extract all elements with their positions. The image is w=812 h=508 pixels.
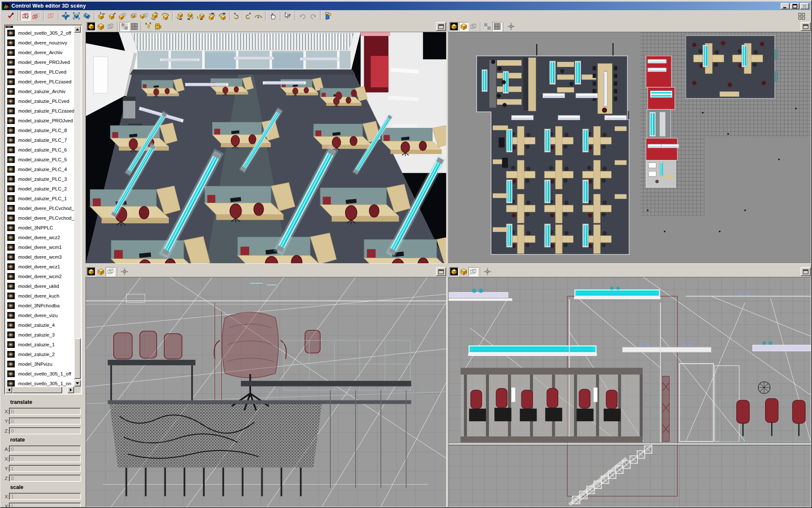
list-item[interactable]: model_dvere_kuch	[5, 291, 74, 301]
context-help-button[interactable]: ?	[283, 11, 293, 21]
list-item[interactable]: model_zaluzie_PLC_4	[5, 164, 74, 174]
pan-hand-button[interactable]	[268, 11, 278, 21]
list-item[interactable]: model_dvere_Archiv	[5, 47, 74, 57]
object-beside-box-button[interactable]	[139, 11, 149, 21]
rotate-90-y-button[interactable]: 90	[185, 11, 196, 21]
list-item[interactable]: model_zaluzie_4	[5, 320, 74, 330]
render-wireframe-button[interactable]	[469, 267, 478, 276]
view-rotate-button[interactable]	[82, 11, 92, 21]
object-to-wireframe-button[interactable]	[118, 11, 128, 21]
list-item[interactable]: model_zaluzie_PLC_3	[5, 174, 74, 184]
list-item[interactable]: model_dvere_wcm2	[5, 271, 74, 281]
scale-x-field[interactable]: 1	[9, 493, 81, 500]
horizontal-scrollbar-thumb[interactable]	[12, 387, 62, 393]
list-item[interactable]: model_svetlo_305_1_on	[5, 378, 74, 387]
list-item[interactable]: model_zaluzie_PLCzased	[5, 106, 74, 116]
list-item[interactable]: model_dvere_wcm3	[5, 252, 74, 262]
scale-y-field[interactable]: 1	[9, 502, 81, 508]
model-list[interactable]: model_svetlo_305_2_offmodel_dvere_nouzov…	[4, 25, 82, 395]
minimize-button[interactable]	[781, 3, 790, 9]
horizontal-scrollbar[interactable]	[5, 387, 74, 393]
object-rotate-arc-button[interactable]	[160, 11, 170, 21]
rotate-reset-x-button[interactable]: 0	[232, 11, 242, 21]
render-wireframe-button[interactable]	[106, 22, 115, 31]
vertical-scrollbar[interactable]	[74, 26, 81, 387]
list-item[interactable]: model_zaluzie_3	[5, 330, 74, 340]
rotate-reset-y-button[interactable]: 0	[242, 11, 253, 21]
list-item[interactable]: model_3NPchodba	[5, 301, 74, 310]
viewport-maximize-button[interactable]	[436, 22, 446, 31]
list-item[interactable]: model_zaluzie_PROJved	[5, 116, 74, 125]
select-object-button[interactable]	[20, 11, 31, 21]
undo-button[interactable]	[297, 11, 308, 21]
title-bar[interactable]: Control Web editor 3D scény	[2, 2, 810, 10]
list-item[interactable]: model_zaluzie_PLCved	[5, 96, 74, 106]
render-solid-button[interactable]	[96, 22, 106, 31]
render-solid-button[interactable]	[459, 267, 469, 276]
scroll-right-button[interactable]	[67, 387, 74, 393]
viewport-front-canvas[interactable]	[85, 277, 447, 507]
list-item[interactable]: model_dvere_wcz1	[5, 262, 74, 271]
viewport-plan-canvas[interactable]	[448, 32, 811, 264]
texture-grid-button[interactable]	[129, 22, 139, 31]
object-in-box-button[interactable]	[128, 11, 139, 21]
rotate-90-z-button[interactable]: 90	[196, 11, 206, 21]
object-rotate-button[interactable]	[149, 11, 160, 21]
rotate-x-field[interactable]: 0	[9, 455, 81, 462]
render-wireframe-button[interactable]	[469, 22, 478, 31]
render-solid-button[interactable]	[96, 267, 106, 276]
object-translate-vertical-button[interactable]	[96, 11, 107, 21]
object-translate-free-button[interactable]	[107, 11, 118, 21]
texture-grid-button[interactable]	[492, 22, 502, 31]
vertical-scrollbar-thumb[interactable]	[74, 338, 81, 379]
list-item[interactable]: model_zaluzie_PLC_8	[5, 125, 74, 135]
viewport-perspective-canvas[interactable]	[85, 32, 447, 264]
rotate-arc-90-ccw-button[interactable]: 90	[217, 11, 228, 21]
list-item[interactable]: model_dvere_PLCved	[5, 67, 74, 77]
translate-y-field[interactable]: 0	[9, 417, 81, 425]
render-solid-active-button[interactable]	[86, 267, 96, 276]
scene-properties-button[interactable]	[323, 11, 333, 21]
texture-checker-button[interactable]	[483, 22, 492, 31]
list-item[interactable]: model_dvere_PLCvchod_	[5, 203, 74, 213]
list-item[interactable]: model_zaluzie_PLC_2	[5, 184, 74, 193]
list-item[interactable]: model_svetlo_305_1_off	[5, 369, 74, 378]
list-item[interactable]: model_svetlo_305_2_off	[5, 28, 74, 38]
view-move-button[interactable]	[60, 11, 71, 21]
viewport-maximize-button[interactable]	[436, 267, 446, 276]
scroll-down-button[interactable]	[74, 380, 81, 387]
viewport-maximize-button[interactable]	[801, 267, 811, 276]
list-item[interactable]: model_dvere_wcm1	[5, 242, 74, 252]
pan-zero-button[interactable]: 0	[120, 267, 129, 276]
rotate-arc-reset-button[interactable]: 0	[253, 11, 263, 21]
view-fit-button[interactable]	[71, 11, 82, 21]
maximize-button[interactable]	[790, 3, 799, 9]
horizontal-scrollbar-track[interactable]	[12, 387, 67, 393]
camera-button[interactable]	[153, 22, 163, 31]
list-item[interactable]: model_dvere_vizu	[5, 310, 74, 320]
rotate-a-field[interactable]: 0	[9, 445, 81, 453]
select-add-button[interactable]	[31, 11, 41, 21]
list-item[interactable]: model_dvere_PLCvchod_	[5, 213, 74, 223]
list-item[interactable]: model_3NPvizu	[5, 359, 74, 369]
viewport-side-canvas[interactable]	[448, 277, 811, 507]
pan-zero-button[interactable]: 0	[483, 267, 492, 276]
list-item[interactable]: model_zaluzie_1	[5, 340, 74, 349]
rotate-y-field[interactable]: 1	[9, 465, 81, 472]
apply-check-button[interactable]	[5, 11, 16, 21]
close-button[interactable]	[800, 3, 809, 9]
render-wireframe-button[interactable]	[106, 267, 115, 276]
viewport-maximize-button[interactable]	[801, 22, 811, 31]
list-item[interactable]: model_dvere_uklid	[5, 281, 74, 291]
list-item[interactable]: model_dvere_PROJved	[5, 57, 74, 67]
render-solid-button[interactable]	[459, 22, 469, 31]
camera-orbit-button[interactable]: 00	[143, 22, 153, 31]
list-item[interactable]: model_dvere_PLCzased	[5, 77, 74, 86]
list-item[interactable]: model_3NPPLC	[5, 223, 74, 232]
render-solid-active-button[interactable]	[449, 22, 459, 31]
translate-x-field[interactable]: 0	[9, 408, 81, 415]
scroll-up-button[interactable]	[74, 26, 81, 33]
redo-button[interactable]	[308, 11, 318, 21]
list-item[interactable]: model_zaluzie_PLC_6	[5, 145, 74, 155]
vertical-scrollbar-track[interactable]	[74, 33, 81, 380]
